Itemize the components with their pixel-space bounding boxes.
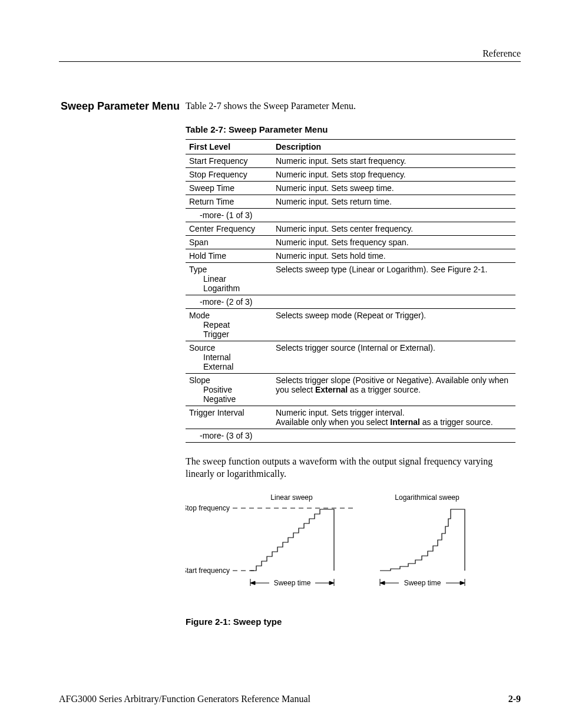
table-row: -more- (3 of 3) [186,429,515,442]
cell-first-level: Trigger Interval [186,406,272,429]
svg-marker-6 [250,581,255,585]
col-description: Description [272,139,515,154]
table-row: Sweep TimeNumeric input. Sets sweep time… [186,181,515,195]
cell-description: Numeric input. Sets trigger interval.Ava… [272,406,515,429]
cell-description: Numeric input. Sets frequency span. [272,235,515,249]
table-row: SlopePositiveNegativeSelects trigger slo… [186,373,515,406]
after-table-paragraph: The sweep function outputs a waveform wi… [186,456,521,480]
cell-first-level: Stop Frequency [186,167,272,181]
figure-label-linear: Linear sweep [270,493,313,502]
cell-first-level: Return Time [186,195,272,208]
cell-description [272,429,515,442]
footer-page-number: 2-9 [508,694,521,704]
running-head: Reference [482,48,521,59]
table-row: Hold TimeNumeric input. Sets hold time. [186,249,515,262]
cell-description [272,208,515,222]
svg-marker-13 [460,581,465,585]
cell-description: Numeric input. Sets return time. [272,195,515,208]
cell-first-level: SourceInternalExternal [186,341,272,373]
cell-description: Numeric input. Sets sweep time. [272,181,515,195]
cell-description: Numeric input. Sets start frequency. [272,154,515,167]
cell-first-level: Sweep Time [186,181,272,195]
figure-label-sweep-time-1: Sweep time [274,579,311,587]
table-row: SourceInternalExternalSelects trigger so… [186,341,515,373]
cell-first-level: -more- (1 of 3) [186,208,272,222]
page-footer: AFG3000 Series Arbitrary/Function Genera… [59,694,521,704]
sweep-parameter-table: First Level Description Start FrequencyN… [186,139,515,443]
figure-label-sweep-time-2: Sweep time [404,579,441,587]
table-row: Start FrequencyNumeric input. Sets start… [186,154,515,167]
cell-description [272,295,515,308]
table-row: SpanNumeric input. Sets frequency span. [186,235,515,249]
cell-description: Numeric input. Sets hold time. [272,249,515,262]
cell-description: Numeric input. Sets center frequency. [272,222,515,235]
col-first-level: First Level [186,139,272,154]
svg-marker-7 [329,581,334,585]
cell-first-level: -more- (3 of 3) [186,429,272,442]
table-row: Return TimeNumeric input. Sets return ti… [186,195,515,208]
figure-sweep-type: Linear sweep Logarithmical sweep Stop fr… [186,492,521,606]
cell-first-level: -more- (2 of 3) [186,295,272,308]
page: Reference Sweep Parameter Menu Table 2-7… [0,0,562,728]
cell-first-level: SlopePositiveNegative [186,373,272,406]
cell-first-level: TypeLinearLogarithm [186,262,272,295]
cell-description: Numeric input. Sets stop frequency. [272,167,515,181]
table-row: Center FrequencyNumeric input. Sets cent… [186,222,515,235]
footer-manual-title: AFG3000 Series Arbitrary/Function Genera… [59,694,310,704]
table-row: TypeLinearLogarithmSelects sweep type (L… [186,262,515,295]
table-row: Trigger IntervalNumeric input. Sets trig… [186,406,515,429]
cell-description: Selects trigger source (Internal or Exte… [272,341,515,373]
cell-description: Selects sweep mode (Repeat or Trigger). [272,308,515,341]
figure-label-start-freq: Start frequency [186,566,230,575]
table-row: -more- (1 of 3) [186,208,515,222]
cell-first-level: ModeRepeatTrigger [186,308,272,341]
cell-first-level: Center Frequency [186,222,272,235]
figure-label-stop-freq: Stop frequency [186,504,230,512]
section-title: Sweep Parameter Menu [59,100,186,631]
cell-first-level: Hold Time [186,249,272,262]
cell-description: Selects sweep type (Linear or Logarithm)… [272,262,515,295]
intro-paragraph: Table 2-7 shows the Sweep Parameter Menu… [186,100,521,113]
table-row: Stop FrequencyNumeric input. Sets stop f… [186,167,515,181]
running-head-rule [59,61,521,62]
table-row: ModeRepeatTriggerSelects sweep mode (Rep… [186,308,515,341]
cell-first-level: Span [186,235,272,249]
cell-description: Selects trigger slope (Positive or Negat… [272,373,515,406]
svg-marker-12 [380,581,385,585]
cell-first-level: Start Frequency [186,154,272,167]
table-caption: Table 2-7: Sweep Parameter Menu [186,124,521,134]
table-row: -more- (2 of 3) [186,295,515,308]
figure-caption: Figure 2-1: Sweep type [186,617,521,627]
figure-label-log: Logarithmical sweep [395,493,459,502]
